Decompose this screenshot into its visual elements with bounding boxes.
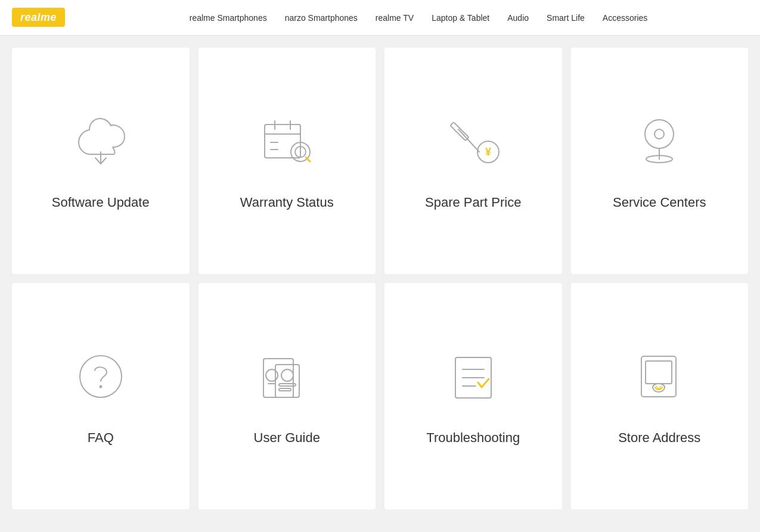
card-service-centers[interactable]: Service Centers <box>571 48 749 274</box>
nav-accessories[interactable]: Accessories <box>603 13 647 23</box>
nav-realme-tv[interactable]: realme TV <box>376 13 414 23</box>
card-store-address[interactable]: Store Address <box>571 283 749 509</box>
store-phone-icon <box>629 347 689 406</box>
card-label-user-guide: User Guide <box>254 430 320 446</box>
card-label-software-update: Software Update <box>52 195 150 210</box>
card-software-update[interactable]: Software Update <box>12 48 190 274</box>
svg-rect-30 <box>646 361 672 384</box>
nav-realme-smartphones[interactable]: realme Smartphones <box>190 13 267 23</box>
svg-point-17 <box>99 385 102 388</box>
checklist-icon <box>443 347 503 406</box>
card-spare-part-price[interactable]: ¥ Spare Part Price <box>384 48 562 274</box>
nav-laptop-tablet[interactable]: Laptop & Tablet <box>432 13 489 23</box>
nav-narzo-smartphones[interactable]: narzo Smartphones <box>285 13 358 23</box>
svg-point-16 <box>80 356 122 397</box>
card-label-warranty-status: Warranty Status <box>240 195 334 210</box>
logo-wrapper: realme <box>12 11 65 24</box>
svg-point-20 <box>281 369 293 381</box>
card-label-store-address: Store Address <box>618 430 700 446</box>
svg-point-13 <box>645 120 674 148</box>
card-faq[interactable]: FAQ <box>12 283 190 509</box>
main-nav: realme Smartphonesnarzo Smartphonesrealm… <box>89 13 748 23</box>
svg-rect-22 <box>279 388 291 391</box>
svg-rect-29 <box>641 356 676 397</box>
header: realme realme Smartphonesnarzo Smartphon… <box>0 0 760 36</box>
service-grid: Software Update Warranty Status ¥ Spare … <box>0 36 760 521</box>
svg-line-10 <box>458 129 479 152</box>
nav-audio[interactable]: Audio <box>507 13 529 23</box>
tool-price-icon: ¥ <box>443 111 503 171</box>
svg-point-14 <box>654 129 664 139</box>
id-document-icon <box>257 347 317 406</box>
calendar-search-icon <box>257 111 317 171</box>
cloud-download-icon <box>71 111 131 171</box>
card-label-faq: FAQ <box>88 430 114 446</box>
svg-text:¥: ¥ <box>485 146 491 158</box>
card-label-troubleshooting: Troubleshooting <box>426 430 520 446</box>
card-label-spare-part-price: Spare Part Price <box>425 195 521 210</box>
card-user-guide[interactable]: User Guide <box>198 283 376 509</box>
card-warranty-status[interactable]: Warranty Status <box>198 48 376 274</box>
card-label-service-centers: Service Centers <box>613 195 706 210</box>
question-circle-icon <box>71 347 131 406</box>
nav-smart-life[interactable]: Smart Life <box>547 13 585 23</box>
logo[interactable]: realme <box>12 8 65 27</box>
location-pin-icon <box>629 111 689 171</box>
card-troubleshooting[interactable]: Troubleshooting <box>384 283 562 509</box>
